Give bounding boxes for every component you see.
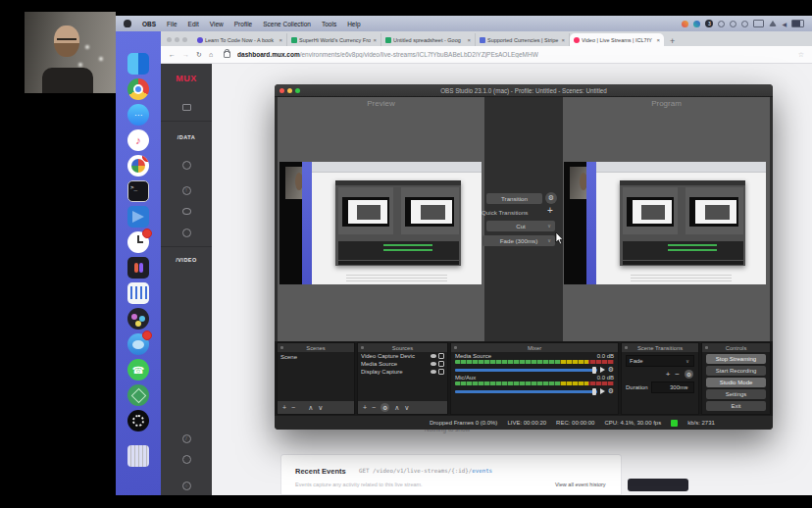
sources-header[interactable]: Sources [358,343,447,352]
source-list-item[interactable]: Display Capture [358,368,447,376]
sidebar-alerts-item[interactable]: ! [161,178,212,196]
stickers-app-icon[interactable] [127,308,149,330]
scene-transitions-header[interactable]: Scene Transitions [622,343,698,352]
sidebar-notify-item[interactable] [161,224,212,241]
status-circle-icon-3[interactable] [741,21,748,27]
transition-button[interactable]: Transition [486,193,542,204]
sidebar-video-label[interactable]: /VIDEO [161,257,212,263]
display-icon[interactable] [753,20,764,27]
home-icon[interactable]: ⌂ [209,51,213,58]
preview-canvas[interactable]: Preview [278,97,484,341]
tab-untitled-spreadsheet[interactable]: Untitled spreadsheet - Goog × [381,33,476,46]
tab-learn-to-code[interactable]: Learn To Code Now - A book × [193,33,287,46]
clock-app-icon[interactable] [127,231,149,253]
duration-input[interactable]: 300ms ⌅ [651,381,694,393]
scene-list-item[interactable]: Scene [278,352,354,362]
source-list-item[interactable]: Video Capture Devic [358,352,447,360]
sidebar-folder-item[interactable] [161,97,212,115]
preview-video-frame[interactable] [279,162,482,284]
colorful-media-icon[interactable] [127,155,149,177]
quick-transition-add-icon[interactable]: + [547,205,553,216]
waveform-app-icon[interactable] [127,282,149,304]
minimize-window-icon[interactable] [175,37,179,42]
menu-view[interactable]: View [210,21,224,27]
address-bar[interactable]: dashboard.mux.com/environments/e6v8pq/vi… [237,51,538,58]
add-scene-icon[interactable]: + [282,404,286,411]
volume-slider[interactable] [455,390,597,393]
new-tab-button[interactable]: + [670,36,675,46]
sidebar-account-item[interactable]: ○ [161,474,212,491]
messages-icon[interactable]: ⋯ [127,104,149,126]
remove-source-icon[interactable]: − [372,404,376,411]
move-scene-up-icon[interactable]: ∧ [308,404,313,412]
visibility-eye-icon[interactable] [431,362,436,366]
lock-icon[interactable] [438,361,444,367]
back-icon[interactable]: ← [169,51,176,58]
terminal-icon[interactable]: >_ [127,180,149,202]
program-video-frame[interactable] [564,162,766,284]
wifi-icon[interactable] [769,21,777,26]
source-list-item[interactable]: Media Source [358,360,447,368]
sidebar-metrics-item[interactable] [161,156,212,174]
finder-icon[interactable] [127,53,149,75]
spinner-icons[interactable]: ⌅ [685,383,689,389]
window-controls[interactable] [167,37,187,42]
channel-gear-icon[interactable]: ⚙ [608,387,614,395]
studio-mode-button[interactable]: Studio Mode [706,378,766,387]
tab-stripe-currencies[interactable]: Supported Currencies | Stripe × [476,33,570,46]
program-canvas[interactable]: Program [563,97,770,341]
music-icon[interactable]: ♪ [127,129,149,151]
close-tab-icon[interactable]: × [373,37,377,43]
view-all-event-history-link[interactable]: View all event history [555,482,606,487]
transition-properties-gear-icon[interactable]: ⚙ [685,370,693,379]
sidebar-views-item[interactable] [161,201,212,219]
close-tab-icon[interactable]: × [561,37,565,43]
sidebar-settings-item[interactable] [161,450,212,468]
menu-app-name[interactable]: OBS [142,21,156,27]
move-scene-down-icon[interactable]: ∨ [318,404,323,412]
remove-scene-icon[interactable]: − [291,404,295,411]
volume-icon[interactable]: ◀ [782,21,787,27]
close-window-icon[interactable] [167,37,172,42]
exit-button[interactable]: Exit [706,401,766,411]
notification-badge-icon[interactable]: 3 [705,20,713,27]
transition-select[interactable]: Fade ∨ [626,355,694,367]
forward-icon[interactable]: → [182,51,189,58]
menu-profile[interactable]: Profile [234,21,252,27]
move-source-up-icon[interactable]: ∧ [394,404,399,412]
lock-icon[interactable] [438,369,444,375]
apple-menu-icon[interactable] [124,20,131,27]
speaker-icon[interactable] [600,388,605,394]
close-tab-icon[interactable]: × [467,37,471,43]
mux-logo[interactable]: MUX [161,74,212,83]
sidebar-activity-item[interactable]: / [161,427,212,444]
status-circle-icon-1[interactable] [718,21,725,27]
status-color-icon[interactable] [682,21,688,27]
chrome-icon[interactable] [127,78,149,100]
stop-streaming-button[interactable]: Stop Streaming [706,354,766,364]
bookmark-star-icon[interactable]: ☆ [798,51,804,59]
events-link[interactable]: events [472,468,492,474]
speaker-icon[interactable] [600,367,605,373]
reload-icon[interactable]: ↻ [196,51,202,59]
menu-scene-collection[interactable]: Scene Collection [263,21,311,27]
sidebar-data-label[interactable]: /DATA [161,134,212,140]
bird-chat-icon[interactable] [127,333,149,355]
mixer-header[interactable]: Mixer [451,343,618,352]
scenes-header[interactable]: Scenes [278,343,354,352]
volume-slider[interactable] [455,369,597,372]
obs-titlebar[interactable]: OBS Studio 23.1.0 (mac) - Profile: Untit… [275,84,773,97]
remove-transition-icon[interactable]: − [675,370,680,379]
channel-gear-icon[interactable]: ⚙ [608,366,614,374]
move-source-down-icon[interactable]: ∨ [404,404,409,412]
lattice-app-icon[interactable] [127,384,149,406]
status-circle-icon-2[interactable] [730,21,736,27]
visibility-eye-icon[interactable] [431,354,436,358]
menu-file[interactable]: File [167,21,177,27]
close-tab-icon[interactable]: × [279,37,282,43]
menu-edit[interactable]: Edit [188,21,199,27]
obs-app-icon[interactable] [127,410,149,432]
fade-transition-dropdown[interactable]: Fade (300ms) ∨ [482,235,555,246]
tab-mux-live-streams[interactable]: Video | Live Streams | ICL7fY × [570,33,664,46]
zoom-window-icon[interactable] [182,37,187,42]
